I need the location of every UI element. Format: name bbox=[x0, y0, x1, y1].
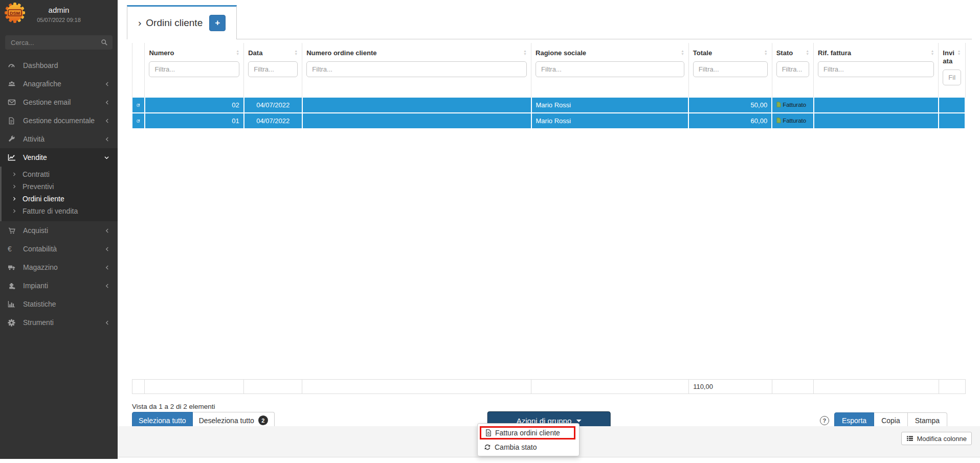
column-header-ragione-sociale[interactable]: Ragione sociale▲▼ bbox=[531, 43, 689, 98]
dropdown-item-fattura-ordini-cliente[interactable]: Fattura ordini cliente bbox=[480, 426, 575, 439]
chevron-right-icon bbox=[12, 172, 16, 177]
search-input[interactable] bbox=[5, 35, 113, 50]
search-icon[interactable] bbox=[101, 39, 108, 46]
selected-count-badge: 2 bbox=[258, 415, 268, 425]
sidebar-item-label: Gestione email bbox=[23, 98, 105, 106]
sidebar-item-label: Gestione documentale bbox=[23, 117, 105, 125]
column-header-numero-ordine-cliente[interactable]: Numero ordine cliente▲▼ bbox=[302, 43, 531, 98]
columns-icon bbox=[906, 435, 914, 442]
sidebar-item-attivita[interactable]: Attività bbox=[0, 130, 118, 148]
filter-input-numero-ordine-cliente[interactable] bbox=[306, 61, 527, 77]
column-header-inviata[interactable]: Inviata▲▼ bbox=[939, 43, 965, 98]
sidebar-item-vendite[interactable]: Vendite bbox=[0, 148, 118, 167]
sort-icon: ▲▼ bbox=[294, 50, 298, 56]
filter-input-stato[interactable] bbox=[776, 61, 809, 77]
sidebar-subitem-label: Contratti bbox=[23, 170, 50, 178]
sidebar-subitem-fatture-di-vendita[interactable]: Fatture di vendita bbox=[2, 205, 118, 217]
column-header-select bbox=[132, 43, 145, 98]
chart-line-icon bbox=[8, 154, 20, 161]
filter-input-inviata[interactable] bbox=[943, 70, 961, 85]
edit-icon[interactable] bbox=[137, 101, 140, 109]
sidebar-item-acquisti[interactable]: Acquisti bbox=[0, 221, 118, 240]
chevron-left-icon bbox=[105, 265, 109, 270]
sidebar-item-gestione-documentale[interactable]: Gestione documentale bbox=[0, 111, 118, 130]
cell-stato: Fatturato bbox=[772, 98, 813, 113]
column-header-rif-fattura[interactable]: Rif. fattura▲▼ bbox=[814, 43, 939, 98]
cell-totale: 50,00 bbox=[688, 98, 772, 113]
sort-icon: ▲▼ bbox=[681, 50, 684, 56]
chevron-left-icon bbox=[105, 81, 109, 87]
column-label: Rif. fattura bbox=[818, 49, 851, 57]
filter-input-data[interactable] bbox=[248, 61, 298, 77]
cell-data: 04/07/2022 bbox=[244, 113, 302, 129]
sidebar-submenu-vendite: Contratti Preventivi Ordini cliente Fatt… bbox=[0, 167, 118, 221]
sidebar-item-anagrafiche[interactable]: Anagrafiche bbox=[0, 75, 118, 93]
column-label: Numero bbox=[149, 49, 174, 57]
totals-totale-value: 110,00 bbox=[689, 380, 772, 394]
filter-input-ragione-sociale[interactable] bbox=[536, 61, 684, 77]
column-label: Inviata bbox=[943, 49, 954, 65]
row-select-cell[interactable] bbox=[132, 113, 145, 129]
tab-ordini-cliente[interactable]: › Ordini cliente + bbox=[127, 5, 237, 39]
euro-icon: € bbox=[8, 245, 20, 252]
sidebar-subitem-preventivi[interactable]: Preventivi bbox=[2, 180, 118, 193]
sidebar-item-label: Attività bbox=[23, 135, 105, 143]
row-select-cell[interactable] bbox=[132, 98, 145, 113]
table-row[interactable]: 02 04/07/2022 Mario Rossi 50,00 Fatturat… bbox=[132, 98, 966, 113]
cell-rif-fattura bbox=[814, 98, 939, 113]
sidebar-item-label: Strumenti bbox=[23, 318, 105, 327]
modify-columns-button[interactable]: Modifica colonne bbox=[901, 432, 972, 445]
cell-totale: 60,00 bbox=[688, 113, 772, 129]
page-title: Ordini cliente bbox=[146, 17, 203, 29]
filter-input-rif-fattura[interactable] bbox=[818, 61, 934, 77]
edit-icon[interactable] bbox=[137, 117, 140, 125]
dropdown-item-cambia-stato[interactable]: Cambia stato bbox=[478, 441, 579, 453]
gear-icon bbox=[8, 319, 20, 327]
gauge-icon bbox=[8, 62, 20, 70]
file-invoice-icon bbox=[485, 429, 492, 436]
cell-inviata bbox=[939, 113, 965, 129]
app-logo-gear-icon: DSM bbox=[4, 2, 26, 24]
sidebar-item-impianti[interactable]: Impianti bbox=[0, 276, 118, 295]
chevron-right-icon bbox=[12, 209, 16, 214]
chevron-left-icon bbox=[105, 118, 109, 124]
group-actions-dropdown: Fattura ordini cliente Cambia stato bbox=[477, 423, 580, 456]
chevron-left-icon bbox=[105, 136, 109, 142]
sort-icon: ▲▼ bbox=[236, 50, 239, 56]
help-icon[interactable]: ? bbox=[820, 416, 829, 425]
add-order-button[interactable]: + bbox=[209, 15, 226, 31]
sort-icon: ▲▼ bbox=[806, 50, 809, 56]
chevron-right-icon bbox=[12, 184, 16, 189]
caret-down-icon bbox=[576, 420, 581, 422]
sidebar-subitem-contratti[interactable]: Contratti bbox=[2, 168, 118, 180]
sidebar-group-vendite: Vendite Contratti Preventivi Ordini clie… bbox=[0, 148, 118, 221]
users-icon bbox=[8, 80, 20, 88]
filter-input-numero[interactable] bbox=[149, 61, 239, 77]
sidebar-item-statistiche[interactable]: Statistiche bbox=[0, 295, 118, 313]
totals-row: 110,00 bbox=[132, 380, 966, 394]
chevron-down-icon bbox=[104, 155, 109, 160]
column-header-stato[interactable]: Stato▲▼ bbox=[772, 43, 813, 98]
chevron-left-icon bbox=[105, 246, 109, 252]
filter-input-totale[interactable] bbox=[693, 61, 768, 77]
cell-rif-fattura bbox=[814, 113, 939, 129]
cell-data: 04/07/2022 bbox=[244, 98, 302, 113]
sidebar-item-gestione-email[interactable]: Gestione email bbox=[0, 93, 118, 111]
orders-panel: Numero▲▼ Data▲▼ Numero ordine cliente▲▼ … bbox=[132, 43, 966, 430]
column-header-numero[interactable]: Numero▲▼ bbox=[145, 43, 244, 98]
chevron-left-icon bbox=[105, 320, 109, 326]
sort-icon: ▲▼ bbox=[523, 50, 527, 56]
chevron-right-icon bbox=[12, 196, 16, 201]
column-label: Stato bbox=[776, 49, 793, 57]
sidebar-item-dashboard[interactable]: Dashboard bbox=[0, 56, 118, 75]
column-header-totale[interactable]: Totale▲▼ bbox=[688, 43, 772, 98]
column-header-data[interactable]: Data▲▼ bbox=[244, 43, 302, 98]
sidebar-item-magazzino[interactable]: Magazzino bbox=[0, 258, 118, 276]
cell-inviata bbox=[939, 98, 965, 113]
sidebar-item-label: Dashboard bbox=[23, 61, 112, 70]
document-icon bbox=[8, 117, 20, 125]
sidebar-subitem-ordini-cliente[interactable]: Ordini cliente bbox=[2, 193, 118, 205]
table-row[interactable]: 01 04/07/2022 Mario Rossi 60,00 Fatturat… bbox=[132, 113, 966, 129]
sidebar-item-contabilita[interactable]: € Contabilità bbox=[0, 240, 118, 258]
sidebar-item-strumenti[interactable]: Strumenti bbox=[0, 313, 118, 332]
